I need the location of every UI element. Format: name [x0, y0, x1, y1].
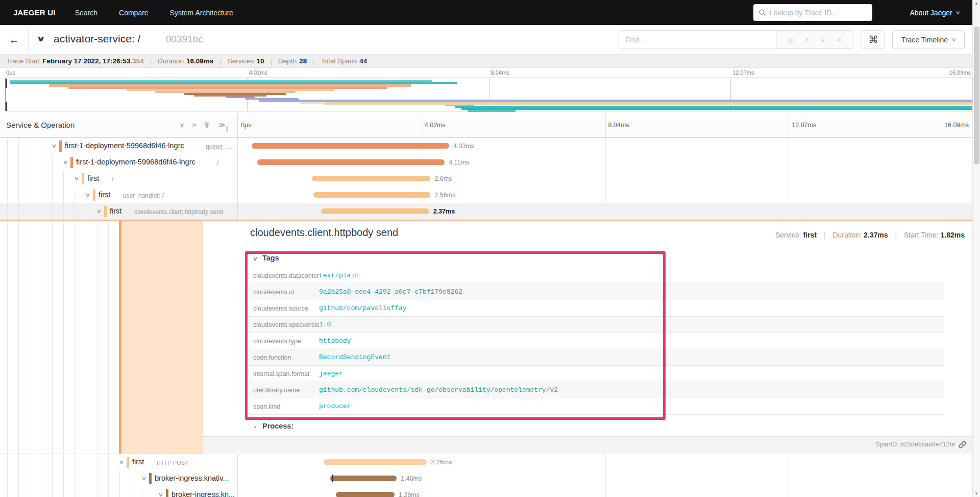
collapse-all-icon[interactable]: ≫: [203, 122, 211, 129]
span-row[interactable]: ∨broker-ingress.knativ...1.46ms: [0, 470, 980, 487]
tag-row[interactable]: code.functionRecordSendingEvent: [249, 349, 944, 366]
tag-row[interactable]: cloudevents.id9a2b25a0-eee4-4292-a0c7-c7…: [249, 284, 944, 300]
indent-guide: [75, 203, 75, 220]
back-arrow-icon: ←: [9, 34, 19, 46]
tag-row[interactable]: cloudevents.datacontenttypetext/plain: [249, 268, 944, 284]
scrollbar-down-arrow-icon[interactable]: ▼: [973, 491, 980, 496]
minimap-scrubber-handle[interactable]: [6, 79, 7, 88]
keyboard-shortcuts-button[interactable]: ⌘: [862, 30, 885, 49]
span-row[interactable]: ∨firstHTTP POST2.26ms: [0, 454, 980, 470]
column-resizer-handle[interactable]: ∥: [226, 126, 229, 132]
indent-guide: [63, 171, 64, 187]
indent-guide: [18, 187, 19, 203]
indent-guide: [41, 470, 41, 487]
minimap-canvas[interactable]: [5, 78, 972, 111]
span-bar[interactable]: [313, 192, 430, 198]
trace-title: activator-service: /: [54, 33, 140, 45]
span-row[interactable]: ∨firstcloudevents.client.httpbody send2.…: [0, 203, 980, 220]
span-bar[interactable]: [324, 459, 427, 465]
indent-guide: [18, 154, 19, 171]
chevron-down-icon[interactable]: ∨: [119, 459, 125, 465]
scrollbar-up-arrow-icon[interactable]: ▲: [973, 1, 980, 6]
span-row[interactable]: ∨firstuser_handler: /2.56ms: [0, 187, 980, 203]
chevron-down-icon[interactable]: ∨: [85, 192, 91, 198]
span-row[interactable]: ∨first-1-deployment-59968d6f46-lngrcqueu…: [0, 138, 980, 154]
chevron-right-icon[interactable]: ›: [254, 423, 256, 431]
expand-all-icon[interactable]: ≫: [218, 121, 226, 129]
indent-guide: [119, 487, 120, 497]
minimap-scrubber-handle[interactable]: [6, 102, 7, 111]
info-label: Depth: [278, 57, 297, 65]
span-bar[interactable]: [336, 492, 394, 497]
command-icon: ⌘: [869, 34, 878, 45]
span-bar[interactable]: [252, 143, 449, 149]
indent-guide: [86, 487, 86, 497]
span-bar[interactable]: [312, 176, 431, 181]
deep-link-icon[interactable]: [959, 441, 966, 451]
trace-id-search-input[interactable]: [770, 9, 867, 17]
span-bar[interactable]: [257, 159, 445, 165]
trace-view-select[interactable]: Trace Timeline ∨: [892, 30, 965, 49]
nav-item-compare[interactable]: Compare: [119, 9, 149, 17]
span-row[interactable]: ∨first-1-deployment-59968d6f46-lngrc/4.1…: [0, 154, 980, 171]
indent-guide: [7, 154, 8, 171]
find-locate-icon[interactable]: ◎: [788, 36, 794, 44]
expand-one-icon[interactable]: >: [192, 121, 197, 129]
span-name-column: ∨first-1-deployment-59968d6f46-lngrcqueu…: [0, 138, 238, 154]
app-brand[interactable]: JAEGER UI: [13, 8, 56, 17]
indent-guide: [119, 470, 120, 487]
span-row[interactable]: ∨first/2.6ms: [0, 171, 980, 187]
scrollbar-thumb[interactable]: [974, 27, 979, 164]
chevron-down-icon[interactable]: ∨: [253, 255, 258, 262]
timeline-tick-label: 16.09ms: [944, 122, 969, 129]
collapse-one-icon[interactable]: ∨: [180, 121, 185, 129]
chevron-down-icon[interactable]: ∨: [96, 208, 102, 215]
tag-row[interactable]: cloudevents.typehttpbody: [249, 333, 944, 349]
chevron-down-icon[interactable]: ∨: [63, 159, 68, 165]
span-name-column: ∨firstHTTP POST: [0, 454, 238, 470]
span-operation-name: HTTP POST: [157, 460, 188, 466]
indent-guide: [63, 487, 64, 497]
chevron-down-icon[interactable]: ∨: [141, 475, 147, 482]
indent-guide: [30, 221, 30, 454]
chevron-down-icon[interactable]: ∨: [74, 175, 80, 182]
minimap-tick-label: 8.04ms: [491, 69, 509, 76]
service-label: Service:: [775, 231, 801, 239]
trace-header-bar: ← ∨ activator-service: / 00391bc ◎ ∧ ∨ ✕…: [0, 25, 980, 55]
nav-item-system-architecture[interactable]: System Architecture: [170, 9, 234, 17]
span-bar[interactable]: [321, 208, 429, 214]
tag-row[interactable]: span.kindproducer: [249, 398, 944, 415]
find-next-icon[interactable]: ∨: [820, 36, 825, 44]
span-row[interactable]: ∨broker-ingress.kn...1.28ms: [0, 487, 980, 497]
indent-guide: [63, 221, 64, 454]
chevron-down-icon[interactable]: ∨: [52, 143, 57, 149]
about-jaeger-menu[interactable]: About Jaeger ∨: [910, 0, 960, 25]
find-prev-icon[interactable]: ∧: [804, 36, 810, 44]
minimap-span: [461, 108, 972, 110]
jaeger-trace-page: JAEGER UI SearchCompareSystem Architectu…: [0, 0, 980, 497]
trace-id-search-box[interactable]: [753, 4, 872, 21]
indent-guide: [30, 154, 30, 171]
chevron-down-icon[interactable]: ∨: [158, 491, 164, 497]
process-section-header[interactable]: Process:: [262, 422, 293, 430]
indent-guide: [63, 454, 64, 470]
tag-value: RecordSendingEvent: [319, 353, 390, 361]
find-box: ◎ ∧ ∨ ✕: [619, 30, 853, 49]
page-scrollbar[interactable]: ▲ ▼: [972, 0, 980, 497]
tag-row[interactable]: cloudevents.sourcegithub/com/pavolloffay: [249, 300, 944, 317]
detail-divider: [250, 249, 965, 249]
indent-guide: [75, 454, 75, 470]
span-id-label: SpanID:: [875, 441, 898, 448]
indent-guide: [63, 470, 64, 487]
find-input[interactable]: [619, 36, 776, 44]
trace-title-collapse-icon[interactable]: ∨: [36, 34, 45, 43]
nav-item-search[interactable]: Search: [75, 9, 97, 17]
tag-row[interactable]: otel.library.namegithub.com/cloudevents/…: [249, 382, 944, 398]
span-bar[interactable]: [330, 476, 397, 481]
find-clear-icon[interactable]: ✕: [836, 36, 842, 44]
back-button[interactable]: ←: [0, 25, 29, 55]
info-value: 10: [257, 57, 264, 65]
tag-row[interactable]: cloudevents.specversion1.0: [249, 317, 944, 333]
tags-section-header[interactable]: Tags: [262, 254, 279, 262]
tag-row[interactable]: internal.span.formatjaeger: [249, 366, 944, 382]
